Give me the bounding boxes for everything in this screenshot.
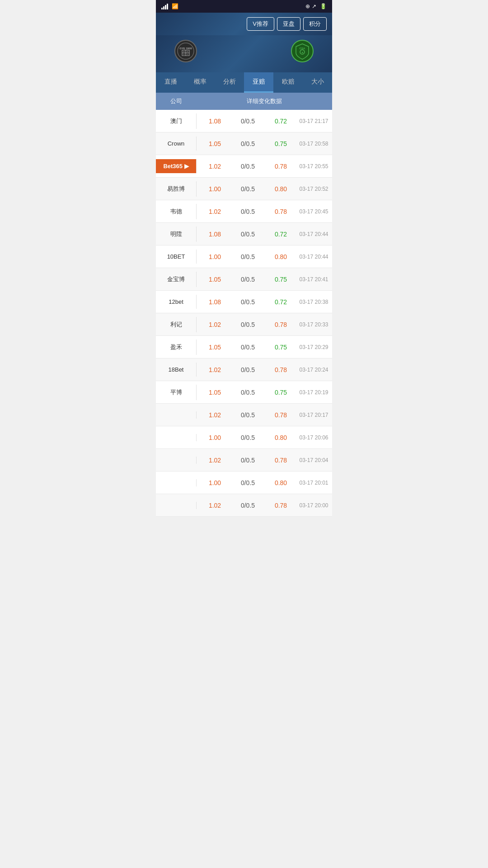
svg-rect-7 [183,54,185,55]
update-time: 03-17 20:45 [297,207,330,217]
handicap-val: 0/0.5 [231,161,264,172]
away-odds: 0.80 [264,184,297,194]
table-row: 盈禾 1.05 0/0.5 0.75 03-17 20:29 [156,336,332,359]
table-row: 18Bet 1.02 0/0.5 0.78 03-17 20:24 [156,359,332,381]
handicap-val: 0/0.5 [231,342,264,353]
odds-cells: 1.02 0/0.5 0.78 03-17 20:00 [197,500,332,511]
odds-cells: 1.05 0/0.5 0.75 03-17 20:29 [197,342,332,353]
update-time: 03-17 20:04 [297,455,330,465]
table-row: 1.02 0/0.5 0.78 03-17 20:17 [156,404,332,426]
handicap-val: 0/0.5 [231,297,264,307]
table-row: 1.00 0/0.5 0.80 03-17 20:06 [156,426,332,449]
home-odds: 1.05 [198,274,231,285]
odds-cells: 1.02 0/0.5 0.78 03-17 20:45 [197,206,332,217]
header-detail: 详细变化数据 [197,93,332,110]
tab-odds[interactable]: 概率 [185,72,215,93]
battery-icon: 🔋 [320,3,327,9]
svg-rect-5 [183,51,185,53]
table-header: 公司 详细变化数据 [156,93,332,110]
update-time: 03-17 20:55 [297,161,330,171]
svg-text:GYE 1900: GYE 1900 [179,47,192,50]
handicap-val: 0/0.5 [231,455,264,466]
svg-rect-8 [187,54,188,55]
away-team: CSA ★ [280,40,325,65]
update-time: 03-17 20:58 [297,139,330,149]
home-odds: 1.02 [198,161,231,172]
odds-cells: 1.05 0/0.5 0.75 03-17 20:41 [197,274,332,285]
odds-cells: 1.02 0/0.5 0.78 03-17 20:55 [197,161,332,172]
away-odds: 0.80 [264,432,297,443]
away-odds: 0.75 [264,342,297,353]
away-odds: 0.78 [264,500,297,511]
away-odds: 0.78 [264,364,297,375]
company-cell: 10BET [156,250,197,264]
standings-button[interactable]: 积分 [303,17,327,31]
home-odds: 1.00 [198,251,231,262]
odds-cells: 1.05 0/0.5 0.75 03-17 20:19 [197,387,332,398]
away-odds: 0.72 [264,229,297,240]
table-row: 明陞 1.08 0/0.5 0.72 03-17 20:44 [156,223,332,245]
table-row: 10BET 1.00 0/0.5 0.80 03-17 20:44 [156,245,332,268]
status-right: ⊕ ↗ 🔋 [305,3,327,9]
table-row: 利记 1.02 0/0.5 0.78 03-17 20:33 [156,313,332,336]
company-cell [156,411,197,419]
handicap-val: 0/0.5 [231,206,264,217]
table-row: 澳门 1.08 0/0.5 0.72 03-17 21:17 [156,110,332,132]
odds-cells: 1.02 0/0.5 0.78 03-17 20:17 [197,410,332,420]
handicap-val: 0/0.5 [231,184,264,194]
company-cell: Bet365 ▶ [156,159,197,173]
odds-cells: 1.05 0/0.5 0.75 03-17 20:58 [197,138,332,149]
navigation-icon: ↗ [312,3,316,9]
company-cell: Crown [156,137,197,151]
handicap-val: 0/0.5 [231,251,264,262]
odds-cells: 1.00 0/0.5 0.80 03-17 20:01 [197,477,332,488]
tab-asia-odds[interactable]: 亚赔 [244,72,273,93]
home-odds: 1.02 [198,455,231,466]
company-cell: 澳门 [156,113,197,129]
handicap-val: 0/0.5 [231,319,264,330]
home-odds: 1.02 [198,319,231,330]
table-row: 1.02 0/0.5 0.78 03-17 20:04 [156,449,332,472]
update-time: 03-17 20:52 [297,184,330,194]
odds-cells: 1.00 0/0.5 0.80 03-17 20:52 [197,184,332,194]
away-odds: 0.72 [264,116,297,127]
company-cell: 韦德 [156,204,197,219]
back-button[interactable] [161,23,165,25]
company-cell: 利记 [156,317,197,332]
home-odds: 1.08 [198,229,231,240]
odds-cells: 1.08 0/0.5 0.72 03-17 20:44 [197,229,332,240]
table-body: 澳门 1.08 0/0.5 0.72 03-17 21:17 Crown 1.0… [156,110,332,517]
tab-size[interactable]: 大小 [303,72,332,93]
wifi-icon: 📶 [172,3,178,9]
company-cell: 易胜博 [156,181,197,197]
company-cell [156,479,197,486]
update-time: 03-17 21:17 [297,116,330,126]
update-time: 03-17 20:06 [297,433,330,443]
away-odds: 0.78 [264,455,297,466]
company-cell: 明陞 [156,226,197,242]
tabs: 直播 概率 分析 亚赔 欧赔 大小 [156,72,332,93]
update-time: 03-17 20:33 [297,320,330,330]
table-row: 韦德 1.02 0/0.5 0.78 03-17 20:45 [156,200,332,223]
table-row: 金宝博 1.05 0/0.5 0.75 03-17 20:41 [156,268,332,291]
tab-live[interactable]: 直播 [156,72,185,93]
table-row: 易胜博 1.00 0/0.5 0.80 03-17 20:52 [156,178,332,200]
update-time: 03-17 20:44 [297,252,330,262]
away-odds: 0.78 [264,161,297,172]
tab-analysis[interactable]: 分析 [215,72,244,93]
away-odds: 0.72 [264,297,297,307]
v-recommend-button[interactable]: V推荐 [247,17,274,31]
odds-cells: 1.02 0/0.5 0.78 03-17 20:24 [197,364,332,375]
odds-cells: 1.02 0/0.5 0.78 03-17 20:33 [197,319,332,330]
company-cell: 18Bet [156,363,197,377]
update-time: 03-17 20:38 [297,297,330,307]
tab-euro-odds[interactable]: 欧赔 [273,72,303,93]
odds-cells: 1.00 0/0.5 0.80 03-17 20:06 [197,432,332,443]
home-team-logo: GYE 1900 [174,40,197,62]
odds-cells: 1.02 0/0.5 0.78 03-17 20:04 [197,455,332,466]
svg-text:CSA: CSA [300,47,305,50]
handicap-val: 0/0.5 [231,500,264,511]
asia-handicap-button[interactable]: 亚盘 [277,17,300,31]
location-icon: ⊕ [305,3,310,9]
away-odds: 0.78 [264,206,297,217]
